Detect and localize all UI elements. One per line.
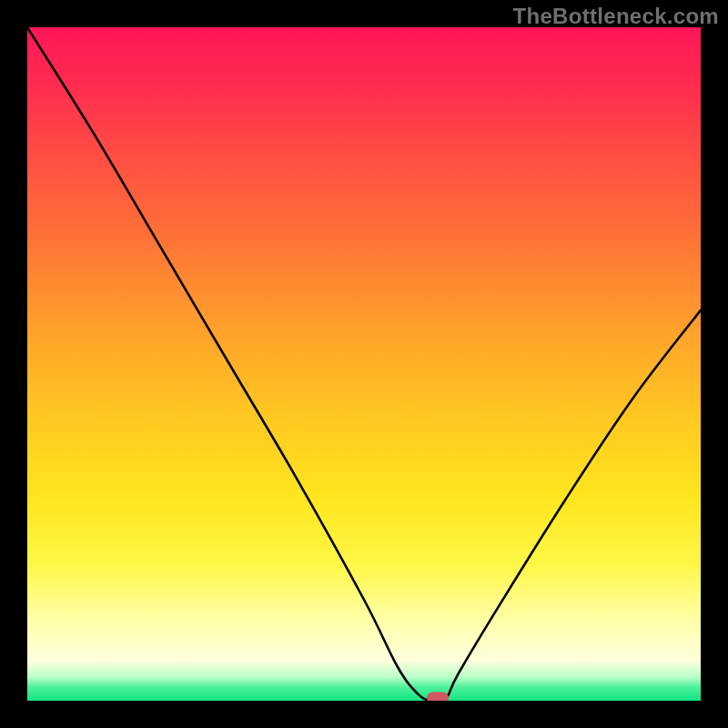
watermark-text: TheBottleneck.com [513, 4, 719, 29]
chart-frame: TheBottleneck.com [0, 0, 728, 728]
optimal-point-marker [427, 693, 449, 702]
plot-area [27, 27, 701, 701]
bottleneck-curve [27, 27, 701, 701]
